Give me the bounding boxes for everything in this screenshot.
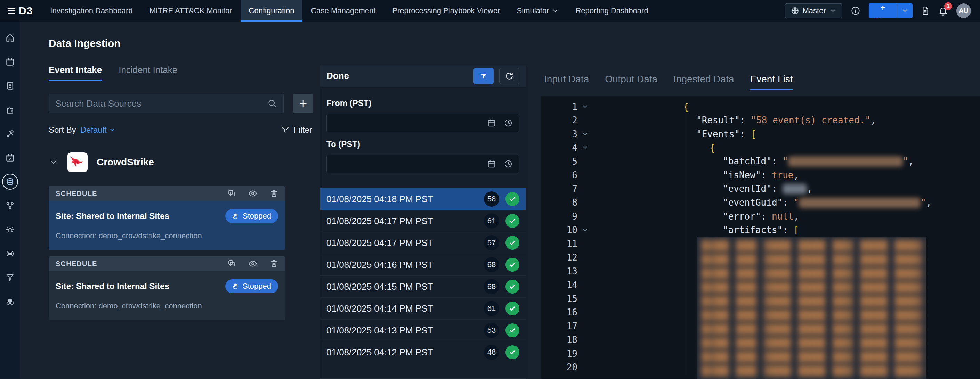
run-list-item[interactable]: 01/08/2025 04:13 PM PST53 xyxy=(320,319,526,341)
tab-input-data[interactable]: Input Data xyxy=(544,74,589,90)
tab-incident-intake[interactable]: Incident Intake xyxy=(119,65,177,81)
done-filter-button[interactable] xyxy=(474,68,494,84)
environment-selector[interactable]: Master xyxy=(785,3,842,18)
sidebar-item-calendar[interactable] xyxy=(0,54,20,70)
sidebar-item-connections[interactable] xyxy=(0,198,20,213)
sidebar-item-settings[interactable] xyxy=(0,222,20,237)
notifications-button[interactable]: 1 xyxy=(938,6,948,16)
copy-button[interactable] xyxy=(228,189,236,198)
trash-button[interactable] xyxy=(270,189,278,198)
new-button-label: New xyxy=(875,16,891,18)
fold-icon[interactable] xyxy=(578,131,593,138)
nav-item-case-management[interactable]: Case Management xyxy=(302,0,384,22)
sidebar-item-integrations[interactable] xyxy=(0,102,20,117)
run-list-item[interactable]: 01/08/2025 04:15 PM PST68 xyxy=(320,276,526,297)
copy-button[interactable] xyxy=(228,259,236,268)
fold-icon[interactable] xyxy=(578,144,593,151)
run-list-item[interactable]: 01/08/2025 04:17 PM PST61 xyxy=(320,210,526,232)
sidebar-item-home[interactable] xyxy=(0,30,20,46)
schedule-card[interactable]: SCHEDULESite: Shared to Internal SitesSt… xyxy=(49,186,285,250)
new-button[interactable]: + New xyxy=(869,3,913,18)
search-input[interactable] xyxy=(55,98,267,109)
calendar-icon[interactable] xyxy=(487,159,496,168)
code-content: "error": null, xyxy=(683,211,799,222)
run-list-item[interactable]: 01/08/2025 04:14 PM PST61 xyxy=(320,297,526,319)
status-badge[interactable]: Stopped xyxy=(225,209,278,223)
code-token: : xyxy=(772,156,783,167)
nav-item-mitre-att-ck-monitor[interactable]: MITRE ATT&CK Monitor xyxy=(141,0,240,22)
nav-item-simulator[interactable]: Simulator xyxy=(509,0,567,22)
code-token: , xyxy=(807,184,813,194)
clock-icon[interactable] xyxy=(504,159,513,168)
add-data-source-button[interactable]: + xyxy=(293,94,313,113)
json-viewer[interactable]: 1{2"Result": "58 event(s) created.",3"Ev… xyxy=(541,96,980,379)
code-token: "eventId" xyxy=(723,184,772,194)
success-check-icon xyxy=(506,280,519,293)
data-source-row[interactable]: CrowdStrike xyxy=(49,152,313,172)
status-badge[interactable]: Stopped xyxy=(225,279,278,293)
tab-event-intake[interactable]: Event Intake xyxy=(49,65,102,81)
refresh-button[interactable] xyxy=(499,68,519,84)
sidebar-item-utilities[interactable] xyxy=(0,126,20,141)
sidebar-item-data-funnel[interactable] xyxy=(0,270,20,285)
eye-button[interactable] xyxy=(248,259,257,268)
check-icon xyxy=(509,217,516,225)
sidebar-item-reports[interactable] xyxy=(0,78,20,94)
code-token: : xyxy=(740,129,751,139)
document-icon[interactable] xyxy=(921,6,930,15)
code-token: "isNew" xyxy=(723,170,761,180)
fold-icon[interactable] xyxy=(578,103,593,110)
nav-item-reporting-dashboard[interactable]: Reporting Dashboard xyxy=(567,0,656,22)
to-date-input[interactable] xyxy=(326,155,519,173)
sidebar-item-data-ingestion[interactable] xyxy=(0,174,20,189)
gutter: 3 xyxy=(541,129,593,139)
calendar-icon[interactable] xyxy=(487,119,496,127)
code-token: , xyxy=(908,156,914,167)
line-number: 13 xyxy=(541,266,578,276)
redacted-value xyxy=(788,156,903,167)
sort-value-dropdown[interactable]: Default xyxy=(80,125,116,135)
schedule-card[interactable]: SCHEDULESite: Shared to Internal SitesSt… xyxy=(49,256,285,320)
from-date-input[interactable] xyxy=(326,114,519,132)
sidebar-item-live-feed[interactable] xyxy=(0,246,20,261)
run-list-item[interactable]: 01/08/2025 04:12 PM PST48 xyxy=(320,341,526,363)
run-list-item[interactable]: 01/08/2025 04:17 PM PST57 xyxy=(320,232,526,254)
tab-ingested-data[interactable]: Ingested Data xyxy=(673,74,734,90)
code-token: { xyxy=(710,143,715,153)
code-token: : xyxy=(783,225,793,235)
nav-item-label: Configuration xyxy=(249,6,294,15)
nav-item-configuration[interactable]: Configuration xyxy=(240,0,303,22)
run-list-item[interactable]: 01/08/2025 04:18 PM PST58 xyxy=(320,188,526,210)
search-box[interactable] xyxy=(49,94,284,113)
nav-item-label: Preprocessing Playbook Viewer xyxy=(392,6,500,15)
plus-icon: + xyxy=(881,3,885,13)
event-count-badge: 68 xyxy=(484,279,499,294)
eye-button[interactable] xyxy=(248,189,257,198)
fold-icon[interactable] xyxy=(578,227,593,233)
run-timestamp: 01/08/2025 04:13 PM PST xyxy=(326,325,433,336)
line-number: 17 xyxy=(541,321,578,331)
success-check-icon xyxy=(506,301,519,316)
code-content: "eventGuid": "", xyxy=(683,197,931,208)
info-icon[interactable] xyxy=(851,6,861,16)
nav-item-investigation-dashboard[interactable]: Investigation Dashboard xyxy=(42,0,141,22)
sidebar-item-scheduler[interactable] xyxy=(0,150,20,165)
trash-button[interactable] xyxy=(270,259,278,268)
new-dropdown-chevron[interactable] xyxy=(897,3,913,18)
run-list-item[interactable]: 01/08/2025 04:16 PM PST68 xyxy=(320,254,526,276)
app-logo[interactable]: D3 xyxy=(0,0,42,22)
top-nav: D3 Investigation DashboardMITRE ATT&CK M… xyxy=(0,0,980,22)
nav-item-preprocessing-playbook-viewer[interactable]: Preprocessing Playbook Viewer xyxy=(384,0,508,22)
tab-event-list[interactable]: Event List xyxy=(750,74,793,90)
chevron-down-icon[interactable] xyxy=(49,157,59,167)
code-line: 10"artifacts": [ xyxy=(541,224,980,237)
user-avatar[interactable]: AU xyxy=(956,3,971,18)
filter-button[interactable]: Filter xyxy=(281,125,312,135)
clock-icon[interactable] xyxy=(504,119,513,127)
logo-text: D3 xyxy=(19,5,33,17)
redacted-value xyxy=(783,184,807,194)
nav-item-label: Reporting Dashboard xyxy=(575,6,648,15)
code-content: { xyxy=(683,101,689,112)
tab-output-data[interactable]: Output Data xyxy=(605,74,657,90)
sidebar-item-search-explore[interactable] xyxy=(0,294,20,309)
